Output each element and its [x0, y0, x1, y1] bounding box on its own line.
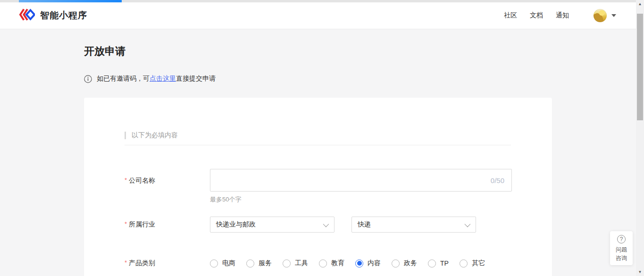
help-line-1: 问题 [616, 246, 627, 253]
product-category-label-text: 产品类别 [129, 259, 155, 267]
notice-suffix: 直接提交申请 [176, 75, 216, 82]
radio-label: 工具 [295, 259, 308, 268]
company-name-input-wrap: 0/50 [210, 169, 512, 192]
company-name-field: 0/50 最多50个字 [210, 169, 512, 203]
chevron-down-icon [323, 221, 329, 227]
page-title: 开放申请 [84, 45, 552, 58]
radio-icon [210, 259, 218, 268]
nav-item-notifications[interactable]: 通知 [556, 11, 569, 20]
radio-icon [319, 259, 327, 268]
industry-row: *所属行业 快递业与邮政 快递 [125, 217, 552, 233]
radio-option-education[interactable]: 教育 [319, 259, 344, 268]
company-name-input[interactable] [210, 169, 512, 192]
industry-secondary-value: 快递 [358, 220, 371, 229]
radio-label: 电商 [222, 259, 235, 268]
main-content: 开放申请 如已有邀请码，可点击这里直接提交申请 以下为必填内容 [84, 29, 552, 276]
company-name-label-text: 公司名称 [129, 176, 155, 184]
radio-option-other[interactable]: 其它 [460, 259, 485, 268]
section-divider [125, 145, 511, 145]
company-name-label: *公司名称 [125, 169, 210, 185]
radio-icon-selected [355, 259, 363, 268]
section-title: 以下为必填内容 [132, 131, 178, 140]
header-nav: 社区 文档 通知 [491, 9, 616, 22]
radio-icon [246, 259, 254, 268]
brand-logo[interactable]: 智能小程序 [19, 8, 87, 23]
industry-select-secondary[interactable]: 快递 [351, 217, 476, 233]
app-viewport: 智能小程序 社区 文档 通知 开放申请 如已有邀请码，可点击这里直接提 [0, 0, 644, 276]
radio-option-content[interactable]: 内容 [355, 259, 381, 268]
radio-label: 教育 [331, 259, 344, 268]
radio-icon [283, 259, 291, 268]
industry-select-primary[interactable]: 快递业与邮政 [210, 217, 335, 233]
radio-option-tools[interactable]: 工具 [283, 259, 308, 268]
notice-prefix: 如已有邀请码，可 [97, 75, 150, 82]
top-progress-track [0, 0, 644, 2]
radio-label: 政务 [404, 259, 417, 268]
help-line-2: 咨询 [616, 255, 627, 262]
help-consult-button[interactable]: ? 问题 咨询 [610, 231, 633, 265]
brand-title: 智能小程序 [40, 9, 87, 22]
required-section-header: 以下为必填内容 [125, 131, 552, 140]
nav-item-docs[interactable]: 文档 [530, 11, 543, 20]
char-counter: 0/50 [491, 176, 504, 184]
question-circle-icon: ? [617, 235, 626, 243]
industry-label: *所属行业 [125, 217, 210, 229]
application-form-card: 以下为必填内容 *公司名称 0/50 最多50个字 * [84, 98, 552, 276]
radio-label: 服务 [259, 259, 272, 268]
scroll-down-icon[interactable]: ▼ [636, 268, 644, 276]
vertical-scrollbar[interactable]: ▲ ▼ [636, 0, 644, 276]
radio-label: 内容 [368, 259, 381, 268]
scroll-up-icon[interactable]: ▲ [636, 0, 644, 8]
product-category-options: 电商 服务 工具 教育 [210, 259, 485, 268]
product-category-label: *产品类别 [125, 259, 210, 268]
invite-code-notice: 如已有邀请码，可点击这里直接提交申请 [84, 74, 552, 84]
smart-program-logo-icon [19, 8, 35, 23]
industry-primary-value: 快递业与邮政 [216, 220, 256, 229]
radio-label: 其它 [472, 259, 485, 268]
nav-item-community[interactable]: 社区 [504, 11, 517, 20]
page-loading-bar [19, 0, 122, 2]
radio-option-ecommerce[interactable]: 电商 [210, 259, 235, 268]
industry-selects: 快递业与邮政 快递 [210, 217, 476, 233]
radio-icon [428, 259, 436, 268]
scrollbar-thumb[interactable] [637, 14, 643, 120]
chevron-down-icon [611, 14, 616, 17]
info-icon [84, 75, 92, 83]
header: 智能小程序 社区 文档 通知 [0, 2, 644, 29]
radio-icon [460, 259, 468, 268]
radio-label: TP [440, 259, 449, 267]
chevron-down-icon [465, 221, 471, 227]
radio-option-government[interactable]: 政务 [392, 259, 417, 268]
required-asterisk: * [125, 220, 127, 227]
company-name-helper: 最多50个字 [210, 195, 512, 203]
invite-code-link[interactable]: 点击这里 [150, 75, 176, 82]
radio-option-tp[interactable]: TP [428, 259, 449, 268]
company-name-row: *公司名称 0/50 最多50个字 [125, 169, 552, 203]
required-asterisk: * [125, 259, 127, 266]
account-menu[interactable] [594, 9, 616, 22]
industry-label-text: 所属行业 [129, 220, 155, 228]
required-asterisk: * [125, 176, 127, 184]
product-category-row: *产品类别 电商 服务 工具 [125, 259, 552, 268]
radio-icon [392, 259, 400, 268]
notice-text: 如已有邀请码，可点击这里直接提交申请 [97, 75, 216, 83]
section-accent-bar [125, 132, 126, 139]
radio-option-service[interactable]: 服务 [246, 259, 272, 268]
user-avatar[interactable] [594, 9, 607, 22]
